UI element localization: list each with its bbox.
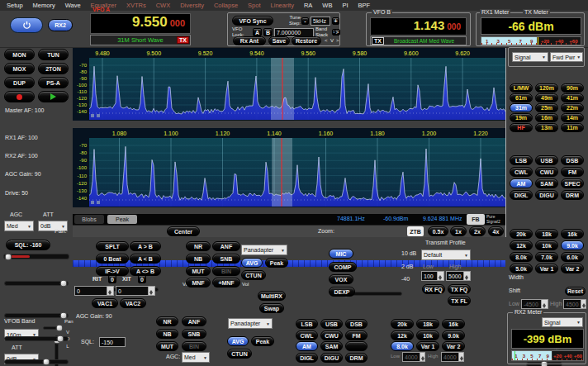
- rx1-peak-button[interactable]: Peak: [265, 258, 288, 268]
- spinner[interactable]: [581, 299, 586, 309]
- rx2-mode-button-lsb[interactable]: LSB: [296, 319, 318, 329]
- band-button-13m[interactable]: 13m: [535, 123, 558, 132]
- power-button[interactable]: [10, 17, 43, 33]
- left-slider-0[interactable]: [4, 281, 69, 286]
- rx1-ctun-button[interactable]: CTUN: [241, 270, 266, 280]
- collapse-left-button[interactable]: <: [325, 38, 328, 43]
- rx2-dsp-button-snb[interactable]: SNB: [182, 329, 206, 339]
- vfo-a-display[interactable]: 9.550 000: [90, 13, 191, 34]
- spinner[interactable]: [438, 271, 444, 281]
- spinner[interactable]: [107, 286, 114, 296]
- rx1-mode-button-cwu[interactable]: CWU: [535, 167, 558, 177]
- rx1-filter-button-7-0k[interactable]: 7.0k: [535, 252, 558, 262]
- vfo-op-button-a-b[interactable]: A > B: [130, 241, 161, 251]
- rx2-dsp-button-mut[interactable]: MUT: [156, 341, 178, 351]
- rx2-filter-button-18k[interactable]: 18k: [416, 319, 439, 329]
- band-button-90m[interactable]: 90m: [561, 83, 584, 93]
- xit-label[interactable]: XIT: [122, 276, 131, 282]
- rx1-filter-button-20k[interactable]: 20k: [510, 229, 533, 239]
- band-button-120m[interactable]: 120m: [535, 83, 558, 93]
- spinner[interactable]: [542, 299, 548, 309]
- thumb[interactable]: [56, 335, 64, 343]
- peak-tab[interactable]: Peak: [107, 215, 137, 224]
- thumb[interactable]: [43, 359, 50, 366]
- xit-value-field[interactable]: 0: [116, 286, 155, 296]
- rx1-filter-button-8-0k[interactable]: 8.0k: [510, 252, 533, 262]
- rx2-pan-thumb[interactable]: [56, 325, 64, 332]
- band-button-19m[interactable]: 19m: [510, 113, 533, 122]
- vfo-b-display[interactable]: 1.143 000: [370, 17, 467, 36]
- zoom-preset-1x[interactable]: 1x: [450, 226, 467, 236]
- rx2-mode-button-cwu[interactable]: CWU: [320, 330, 343, 340]
- dexp-button[interactable]: DEXP: [329, 287, 355, 297]
- multirx-button[interactable]: MultiRX: [258, 291, 286, 301]
- menu-item-memory[interactable]: Memory: [33, 2, 55, 9]
- rx1-meter-select[interactable]: Signal▼: [512, 52, 548, 62]
- spinner[interactable]: [420, 352, 425, 362]
- sql-slider-thumb[interactable]: [5, 253, 12, 260]
- menu-item-xvtrs[interactable]: XVTRs: [126, 2, 146, 9]
- shift-reset-button[interactable]: Reset: [565, 287, 586, 296]
- menu-item-collapse[interactable]: Collapse: [214, 2, 238, 9]
- center-button[interactable]: Center: [167, 226, 200, 236]
- band-button-l-mw[interactable]: L/MW: [510, 83, 533, 93]
- tx-fq-button[interactable]: TX FQ: [448, 284, 471, 294]
- filter-low-field[interactable]: -4500: [521, 299, 548, 309]
- rx2-mode-button-fm[interactable]: FM: [345, 330, 368, 340]
- band-button-16m[interactable]: 16m: [535, 113, 558, 122]
- rx1-dsp-button-mnf[interactable]: MNF: [186, 278, 211, 288]
- collapse-mid-button[interactable]: V: [330, 38, 334, 43]
- vfo-op-button-if-v[interactable]: IF->V: [96, 266, 129, 276]
- rx1-filter-button-5-0k[interactable]: 5.0k: [510, 264, 533, 273]
- rx2-filter-button-8-0k[interactable]: 8.0k: [391, 341, 414, 351]
- band-button-hf[interactable]: HF: [510, 123, 533, 132]
- menu-item-pi[interactable]: PI: [342, 2, 348, 9]
- tune-step-down-button[interactable]: -: [301, 17, 309, 25]
- rx2-filter-low-field[interactable]: 4000: [402, 352, 425, 362]
- rx2-filter-button-var-2[interactable]: Var 2: [442, 341, 465, 351]
- rx1-dsp-button-bin[interactable]: BIN: [212, 266, 240, 276]
- rx1-mode-button-dsb[interactable]: DSB: [561, 155, 584, 165]
- rx1-filter-button-18k[interactable]: 18k: [535, 229, 558, 239]
- vfo-lock-b-button[interactable]: B: [263, 28, 273, 36]
- rx2-mode-button-cwl[interactable]: CWL: [296, 330, 318, 340]
- rx2-agc-select[interactable]: Med▼: [182, 352, 210, 363]
- band-button-41m[interactable]: 41m: [561, 93, 584, 102]
- rx1-mode-button-digu[interactable]: DIGU: [535, 190, 558, 200]
- sql-slider[interactable]: [3, 254, 69, 259]
- menu-item-wb[interactable]: WB: [322, 2, 332, 9]
- sql-button[interactable]: SQL: -160: [6, 240, 50, 250]
- vac1-button[interactable]: VAC1: [92, 298, 118, 308]
- left-slider-3[interactable]: [4, 359, 69, 364]
- menu-item-diversity[interactable]: Diversity: [180, 2, 204, 9]
- rx1-filter-button-var-2[interactable]: Var 2: [561, 264, 584, 273]
- rx2-filter-button-9-0k[interactable]: 9.0k: [442, 330, 465, 340]
- rx2-dsp-button-anf[interactable]: ANF: [182, 316, 206, 326]
- filter-high-field[interactable]: 4500: [563, 299, 586, 309]
- band-button-61m[interactable]: 61m: [510, 93, 533, 102]
- zoom-preset-2x[interactable]: 2x: [469, 226, 486, 236]
- band-button-49m[interactable]: 49m: [535, 93, 558, 102]
- menu-item-linearity[interactable]: Linearity: [271, 2, 294, 9]
- vfo-sync-button[interactable]: VFO Sync: [232, 16, 273, 26]
- rx2-mode-button-sam[interactable]: SAM: [320, 341, 343, 351]
- rit-value-field[interactable]: 0: [74, 286, 114, 296]
- swap-button[interactable]: Swap: [259, 303, 284, 313]
- rx2-panadapter[interactable]: -70-80-90-100-110-120-130-1401.0801.1001…: [73, 128, 505, 207]
- rx2-meter-select[interactable]: Signal▼: [542, 317, 583, 327]
- play-button[interactable]: [38, 91, 69, 102]
- spinner[interactable]: [149, 286, 155, 296]
- band-button-14m[interactable]: 14m: [561, 113, 584, 122]
- thumb[interactable]: [59, 280, 67, 288]
- rx2-mode-button-digl[interactable]: DIGL: [296, 353, 318, 363]
- tune-step-value[interactable]: 5kHz: [311, 17, 330, 26]
- rx2-filter-button-20k[interactable]: 20k: [391, 319, 414, 329]
- left-slider-2[interactable]: [4, 336, 69, 341]
- rx2-filter-button-var-1[interactable]: Var 1: [416, 341, 439, 351]
- vfo-a-tx-button[interactable]: TX: [177, 36, 189, 44]
- rx1-dsp-button-nb[interactable]: NB: [186, 254, 211, 264]
- tune-step-up-button[interactable]: +: [332, 17, 339, 25]
- rx1-filter-button-16k[interactable]: 16k: [561, 229, 584, 239]
- rx2-mode-button-usb[interactable]: USB: [320, 319, 343, 329]
- rx2-ctun-button[interactable]: CTUN: [227, 349, 252, 359]
